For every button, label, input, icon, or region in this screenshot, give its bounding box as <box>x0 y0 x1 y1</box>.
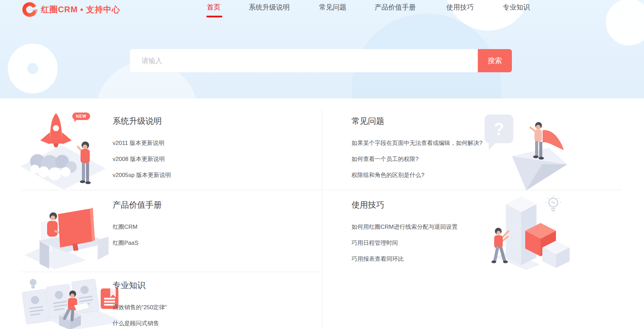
row-divider <box>20 272 322 272</box>
column-divider <box>322 109 322 329</box>
documents-illustration <box>19 277 123 329</box>
article-link[interactable]: 红圈CRM <box>113 223 138 231</box>
section-system-upgrade: 系统升级说明 v2011 版本更新说明 v2008 版本更新说明 v2005sp… <box>113 116 171 187</box>
search-button[interactable]: 搜索 <box>478 49 512 72</box>
nav-item-faq[interactable]: 常见问题 <box>319 3 346 12</box>
section-tips: 使用技巧 如何用红圈CRM进行线索分配与退回设置 巧用日程管理时间 巧用报表查看… <box>352 199 458 271</box>
search-bar: 搜索 <box>130 49 512 72</box>
article-link[interactable]: 如何用红圈CRM进行线索分配与退回设置 <box>352 223 458 231</box>
nav-item-system-upgrade[interactable]: 系统升级说明 <box>249 3 290 12</box>
content-area: NEW 系统升级说明 v2011 版本更新说明 v2008 版本更新说明 v20… <box>0 99 644 329</box>
section-title: 专业知识 <box>113 280 167 291</box>
section-title: 常见问题 <box>352 116 482 126</box>
nav-item-home[interactable]: 首页 <box>207 3 220 12</box>
article-link[interactable]: 权限组和角色的区别是什么? <box>352 171 424 179</box>
article-link[interactable]: 红圈PaaS <box>113 239 139 247</box>
article-link[interactable]: v2011 版本更新说明 <box>113 139 164 147</box>
nav-item-product-value[interactable]: 产品价值手册 <box>375 3 416 12</box>
article-link[interactable]: 如果某个字段在页面中无法查看或编辑，如何解决? <box>352 139 482 147</box>
desk-monitor-illustration <box>25 204 111 269</box>
article-link[interactable]: 高效销售的“250定律” <box>113 303 167 312</box>
article-link[interactable]: 巧用日程管理时间 <box>352 239 398 247</box>
nav-item-tips[interactable]: 使用技巧 <box>446 3 474 12</box>
search-input[interactable] <box>130 49 478 72</box>
main-nav: 首页 系统升级说明 常见问题 产品价值手册 使用技巧 专业知识 <box>0 0 644 20</box>
section-title: 使用技巧 <box>352 199 458 210</box>
nav-active-underline <box>206 16 222 17</box>
new-badge: NEW <box>72 113 90 120</box>
paper-plane-illustration: ? <box>482 113 569 190</box>
nav-item-knowledge[interactable]: 专业知识 <box>503 3 530 12</box>
section-product-value: 产品价值手册 红圈CRM 红圈PaaS <box>113 199 162 255</box>
rocket-illustration <box>20 111 106 190</box>
page: 搜索 CRM 红圈CRM • 支持中心 首页 系统升级说明 常见问题 产品价值手… <box>0 0 644 329</box>
section-knowledge: 专业知识 高效销售的“250定律” 什么是顾问式销售 <box>113 280 167 329</box>
question-bubble-icon: ? <box>494 120 504 139</box>
section-title: 产品价值手册 <box>113 199 162 210</box>
article-link[interactable]: 如何查看一个员工的权限? <box>352 155 418 163</box>
article-link[interactable]: 巧用报表查看同环比 <box>352 255 404 263</box>
article-link[interactable]: 什么是顾问式销售 <box>113 319 159 328</box>
lightbulb-icon <box>545 196 561 215</box>
section-title: 系统升级说明 <box>113 116 171 126</box>
article-link[interactable]: v2008 版本更新说明 <box>113 155 165 163</box>
hero-decor-ring-left <box>8 44 58 93</box>
article-link[interactable]: v2005sp 版本更新说明 <box>113 171 171 179</box>
section-faq: 常见问题 如果某个字段在页面中无法查看或编辑，如何解决? 如何查看一个员工的权限… <box>352 116 482 187</box>
